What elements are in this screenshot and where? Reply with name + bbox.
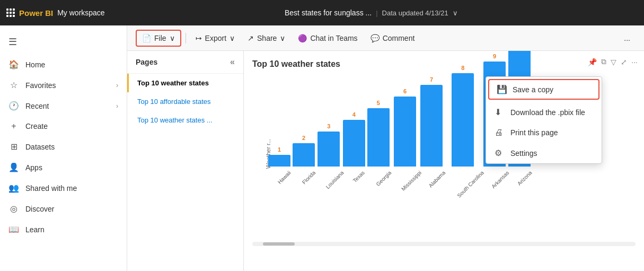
chart-area: Top 10 weather states 📌 ⧉ ▽ ⤢ ··· Weathe… [244, 51, 644, 271]
hamburger-button[interactable]: ☰ [0, 30, 127, 54]
chart-title: Top 10 weather states [252, 59, 340, 68]
filter-icon[interactable]: ▽ [611, 58, 616, 66]
sidebar-label-apps: Apps [25, 163, 42, 172]
datasets-icon: ⊞ [8, 142, 19, 152]
print-icon: 🖨 [495, 128, 505, 137]
content-wrapper: Pages « Top 10 weather states Top 10 aff… [127, 51, 644, 271]
horizontal-scrollbar[interactable] [252, 242, 636, 246]
sidebar-label-datasets: Datasets [25, 143, 55, 151]
bar-rect-south-carolina [452, 73, 474, 167]
comment-button[interactable]: 💬 Comment [365, 31, 420, 46]
file-label: File [154, 34, 166, 42]
sidebar: ☰ 🏠 Home ☆ Favorites › 🕐 Recent › + Crea… [0, 25, 127, 271]
more-icon: ... [624, 34, 630, 42]
toolbar: 📄 File ∨ ↦ Export ∨ ↗ Share ∨ 🟣 Chat in … [127, 25, 644, 51]
sidebar-item-create[interactable]: + Create [0, 116, 127, 136]
bar-value-texas: 4 [352, 111, 356, 118]
export-button[interactable]: ↦ Export ∨ [190, 31, 240, 46]
bar-value-louisiana: 3 [327, 123, 330, 129]
sidebar-item-recent[interactable]: 🕐 Recent › [0, 95, 127, 116]
bar-value-florida: 2 [302, 135, 305, 141]
export-label: Export [205, 34, 226, 42]
file-button[interactable]: 📄 File ∨ [136, 30, 181, 47]
bar-value-georgia: 5 [377, 100, 380, 106]
duplicate-icon[interactable]: ⧉ [601, 57, 606, 66]
sidebar-item-discover[interactable]: ◎ Discover [0, 198, 127, 219]
bar-state-arizona: Arizona [516, 170, 548, 202]
save-copy-item[interactable]: 💾 Save a copy [488, 79, 599, 100]
collapse-pages-button[interactable]: « [230, 57, 235, 67]
bar-rect-alabama [420, 85, 443, 167]
topbar: Power BI My workspace Best states for su… [0, 0, 644, 25]
bar-value-south-carolina: 8 [461, 65, 464, 71]
create-icon: + [8, 121, 19, 131]
comment-label: Comment [383, 34, 415, 42]
settings-label: Settings [510, 149, 537, 158]
chat-teams-button[interactable]: 🟣 Chat in Teams [293, 31, 363, 46]
expand-icon[interactable]: ⤢ [621, 58, 627, 66]
favorites-icon: ☆ [8, 80, 19, 90]
data-updated: Data updated 4/13/21 [382, 9, 448, 17]
sidebar-item-apps[interactable]: 👤 Apps [0, 157, 127, 178]
export-chevron-icon: ∨ [230, 34, 235, 42]
scrollbar-thumb[interactable] [263, 242, 295, 246]
apps-icon: 👤 [8, 162, 19, 172]
sidebar-item-learn[interactable]: 📖 Learn [0, 219, 127, 240]
sidebar-label-shared: Shared with me [25, 184, 77, 193]
share-chevron-icon: ∨ [280, 34, 285, 42]
chart-toolbar: 📌 ⧉ ▽ ⤢ ··· [588, 57, 638, 66]
download-pbix-item[interactable]: ⬇ Download the .pbix file [486, 102, 602, 123]
topbar-center: Best states for sunglass ... | Data upda… [105, 8, 638, 17]
bar-value-arkansas: 9 [493, 53, 496, 59]
report-title: Best states for sunglass ... [285, 8, 372, 17]
bar-value-alabama: 7 [430, 76, 433, 83]
download-label: Download the .pbix file [510, 108, 585, 117]
pages-panel: Pages « Top 10 weather states Top 10 aff… [127, 51, 244, 271]
topbar-divider: | [376, 9, 377, 17]
pages-header: Pages « [127, 51, 243, 74]
chart-more-icon[interactable]: ··· [631, 58, 638, 66]
file-icon: 📄 [142, 34, 151, 42]
workspace-link[interactable]: My workspace [57, 8, 104, 17]
comment-icon: 💬 [370, 34, 380, 42]
bar-rect-mississippi [394, 97, 416, 167]
page-item-top10weather[interactable]: Top 10 weather states [127, 74, 243, 92]
home-icon: 🏠 [8, 59, 19, 69]
teams-icon: 🟣 [298, 34, 307, 42]
shared-icon: 👥 [8, 183, 19, 193]
save-copy-icon: 💾 [497, 84, 507, 94]
sidebar-item-favorites[interactable]: ☆ Favorites › [0, 75, 127, 95]
print-label: Print this page [510, 128, 558, 137]
sidebar-label-favorites: Favorites [25, 81, 56, 90]
sidebar-item-shared[interactable]: 👥 Shared with me [0, 178, 127, 198]
share-button[interactable]: ↗ Share ∨ [242, 31, 290, 46]
sidebar-label-discover: Discover [25, 205, 54, 213]
topbar-chevron-icon[interactable]: ∨ [453, 9, 458, 17]
bar-value-hawaii: 1 [278, 146, 281, 153]
sidebar-item-home[interactable]: 🏠 Home [0, 54, 127, 75]
bar-rect-texas [343, 120, 365, 167]
file-dropdown-menu: 💾 Save a copy ⬇ Download the .pbix file … [486, 76, 602, 164]
bar-value-mississippi: 6 [403, 88, 407, 94]
settings-item[interactable]: ⚙ Settings [486, 143, 602, 163]
bar-hawaii: 1 Hawaii [268, 146, 290, 196]
sidebar-item-datasets[interactable]: ⊞ Datasets [0, 136, 127, 157]
share-icon: ↗ [248, 34, 254, 42]
print-page-item[interactable]: 🖨 Print this page [486, 123, 602, 143]
file-chevron-icon: ∨ [170, 34, 175, 42]
chevron-right-icon: › [116, 102, 118, 110]
sidebar-label-create: Create [25, 122, 48, 130]
grid-icon [6, 8, 15, 17]
pin-icon[interactable]: 📌 [588, 58, 597, 66]
recent-icon: 🕐 [8, 101, 19, 111]
page-item-top10weather2[interactable]: Top 10 weather states ... [127, 111, 243, 129]
more-button[interactable]: ... [619, 31, 636, 46]
page-item-top10affordable[interactable]: Top 10 affordable states [127, 92, 243, 111]
save-copy-label: Save a copy [513, 85, 553, 94]
content-area: 📄 File ∨ ↦ Export ∨ ↗ Share ∨ 🟣 Chat in … [127, 25, 644, 271]
download-icon: ⬇ [495, 107, 505, 117]
grid-launcher[interactable] [6, 8, 15, 17]
settings-icon: ⚙ [495, 148, 505, 158]
bar-rect-louisiana [317, 132, 340, 167]
toolbar-separator [186, 33, 186, 43]
